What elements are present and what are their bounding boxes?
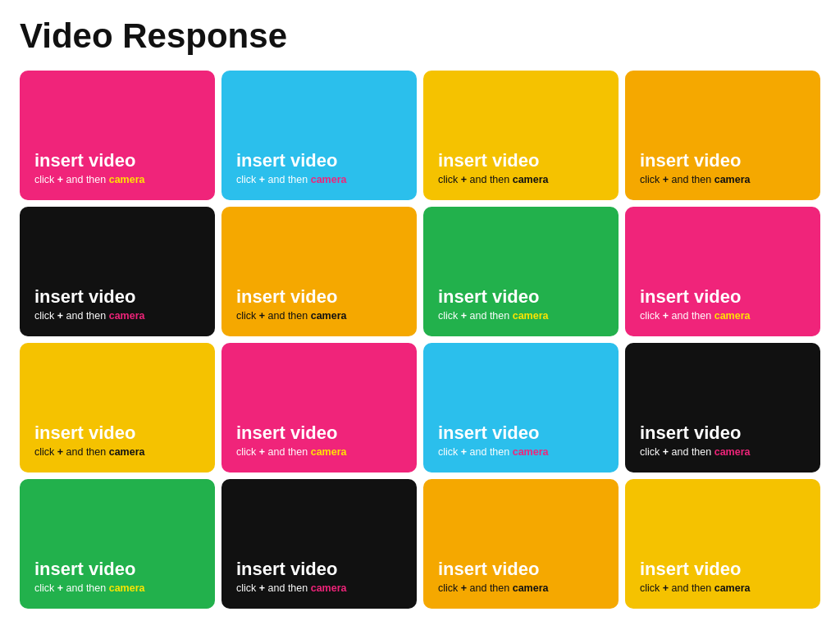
card-title: insert video <box>34 559 200 579</box>
card-subtitle: click + and then camera <box>236 582 402 594</box>
card-title: insert video <box>438 151 604 171</box>
card-title: insert video <box>236 151 402 171</box>
card-subtitle: click + and then camera <box>438 582 604 594</box>
card-subtitle: click + and then camera <box>438 310 604 322</box>
card-subtitle: click + and then camera <box>640 582 806 594</box>
video-card-3[interactable]: insert videoclick + and then camera <box>423 71 619 200</box>
video-card-12[interactable]: insert videoclick + and then camera <box>625 343 820 472</box>
video-card-9[interactable]: insert videoclick + and then camera <box>20 343 215 472</box>
card-subtitle: click + and then camera <box>236 174 402 185</box>
card-title: insert video <box>236 287 402 307</box>
video-card-2[interactable]: insert videoclick + and then camera <box>221 71 417 200</box>
card-subtitle: click + and then camera <box>34 174 200 185</box>
video-card-1[interactable]: insert videoclick + and then camera <box>20 71 215 200</box>
video-card-14[interactable]: insert videoclick + and then camera <box>221 479 417 609</box>
video-card-5[interactable]: insert videoclick + and then camera <box>20 207 215 336</box>
card-subtitle: click + and then camera <box>34 310 200 322</box>
card-subtitle: click + and then camera <box>438 174 604 185</box>
card-subtitle: click + and then camera <box>34 446 200 458</box>
card-subtitle: click + and then camera <box>640 174 806 185</box>
card-title: insert video <box>236 559 402 579</box>
card-title: insert video <box>236 423 402 443</box>
card-subtitle: click + and then camera <box>640 310 806 322</box>
card-title: insert video <box>640 151 806 171</box>
card-title: insert video <box>640 559 806 579</box>
video-card-10[interactable]: insert videoclick + and then camera <box>221 343 417 472</box>
card-title: insert video <box>640 287 806 307</box>
video-card-11[interactable]: insert videoclick + and then camera <box>423 343 619 472</box>
card-title: insert video <box>640 423 806 443</box>
card-title: insert video <box>438 423 604 443</box>
card-title: insert video <box>438 559 604 579</box>
card-subtitle: click + and then camera <box>236 446 402 458</box>
card-subtitle: click + and then camera <box>640 446 806 458</box>
card-subtitle: click + and then camera <box>438 446 604 458</box>
video-card-13[interactable]: insert videoclick + and then camera <box>20 479 215 609</box>
video-card-6[interactable]: insert videoclick + and then camera <box>221 207 417 336</box>
card-title: insert video <box>34 423 200 443</box>
video-card-4[interactable]: insert videoclick + and then camera <box>625 71 820 200</box>
card-subtitle: click + and then camera <box>34 582 200 594</box>
card-subtitle: click + and then camera <box>236 310 402 322</box>
page-title: Video Response <box>20 16 820 56</box>
video-card-7[interactable]: insert videoclick + and then camera <box>423 207 619 336</box>
video-card-16[interactable]: insert videoclick + and then camera <box>625 479 820 609</box>
video-card-15[interactable]: insert videoclick + and then camera <box>423 479 619 609</box>
card-title: insert video <box>34 287 200 307</box>
card-title: insert video <box>438 287 604 307</box>
card-title: insert video <box>34 151 200 171</box>
card-grid: insert videoclick + and then camerainser… <box>20 71 820 609</box>
video-card-8[interactable]: insert videoclick + and then camera <box>625 207 820 336</box>
